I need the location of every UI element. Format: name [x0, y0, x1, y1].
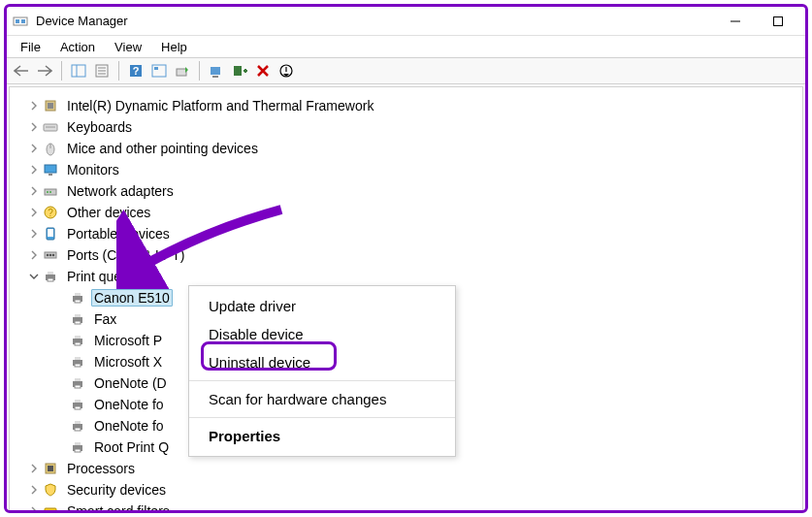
tree-item-label: Intel(R) Dynamic Platform and Thermal Fr… — [64, 98, 376, 113]
tree-category-item[interactable]: Processors — [27, 458, 802, 479]
tree-item-label: Network adapters — [64, 183, 177, 199]
svg-rect-41 — [48, 278, 53, 281]
svg-rect-53 — [75, 364, 81, 367]
svg-rect-49 — [75, 336, 81, 339]
tree-item-label: Print queues — [64, 269, 146, 284]
menu-view[interactable]: View — [105, 38, 151, 56]
back-button[interactable] — [11, 60, 32, 81]
chevron-right-icon[interactable] — [27, 163, 41, 177]
forward-button[interactable] — [34, 60, 55, 81]
chevron-right-icon[interactable] — [27, 142, 41, 155]
svg-rect-65 — [75, 449, 81, 452]
svg-point-36 — [47, 254, 49, 257]
printer-icon — [70, 418, 85, 434]
tree-item-label: Canon E510 — [91, 289, 173, 307]
context-properties[interactable]: Properties — [189, 422, 455, 450]
tree-category-item[interactable]: Ports (COM & LPT) — [27, 244, 802, 266]
tree-category-item[interactable]: Intel(R) Dynamic Platform and Thermal Fr… — [27, 95, 802, 116]
context-uninstall-device[interactable]: Uninstall device — [189, 348, 455, 376]
toolbar: ? — [7, 57, 805, 84]
help-icon[interactable]: ? — [125, 60, 146, 81]
chevron-right-icon[interactable] — [27, 227, 41, 241]
svg-text:?: ? — [133, 65, 140, 77]
printer-icon — [70, 354, 85, 370]
portable-device-icon — [43, 226, 58, 242]
chevron-right-icon[interactable] — [27, 462, 41, 475]
context-menu: Update driver Disable device Uninstall d… — [188, 285, 456, 457]
add-legacy-hardware-icon[interactable] — [229, 60, 250, 81]
menu-file[interactable]: File — [11, 38, 50, 56]
action-icon[interactable] — [148, 60, 170, 81]
menu-help[interactable]: Help — [151, 38, 197, 56]
svg-rect-15 — [177, 69, 186, 76]
tree-item-label: Microsoft X — [91, 354, 165, 370]
menu-action[interactable]: Action — [50, 38, 105, 56]
printer-icon — [70, 290, 85, 306]
minimize-button[interactable] — [714, 8, 757, 35]
context-disable-device[interactable]: Disable device — [189, 320, 455, 348]
svg-rect-50 — [75, 342, 81, 345]
disable-icon[interactable] — [276, 60, 297, 81]
svg-rect-40 — [48, 272, 53, 275]
tree-category-item[interactable]: Network adapters — [27, 180, 802, 202]
scan-hardware-icon[interactable] — [206, 60, 227, 81]
monitor-icon — [43, 162, 58, 178]
chevron-right-icon[interactable] — [27, 184, 41, 198]
printer-icon — [70, 397, 85, 412]
svg-point-30 — [49, 191, 51, 193]
printer-icon — [43, 269, 58, 284]
svg-rect-16 — [211, 67, 220, 75]
tree-category-item[interactable]: ?Other devices — [27, 202, 802, 223]
context-update-driver[interactable]: Update driver — [189, 292, 455, 320]
chevron-down-icon[interactable] — [27, 270, 41, 283]
maximize-button[interactable] — [757, 8, 799, 35]
device-manager-icon — [13, 14, 28, 29]
chip-icon — [43, 98, 58, 113]
chevron-right-icon[interactable] — [27, 206, 41, 219]
chevron-right-icon[interactable] — [27, 120, 41, 134]
update-driver-icon[interactable] — [172, 60, 193, 81]
svg-rect-27 — [49, 174, 52, 176]
svg-rect-68 — [45, 508, 56, 512]
tree-category-item[interactable]: Monitors — [27, 159, 802, 180]
titlebar: Device Manager — [7, 7, 805, 36]
tree-category-item[interactable]: Print queues — [27, 266, 802, 287]
tree-category-item[interactable]: Smart card filters — [27, 501, 802, 512]
svg-rect-44 — [75, 300, 81, 303]
svg-rect-64 — [75, 442, 81, 445]
context-separator — [189, 380, 455, 381]
port-icon — [43, 247, 58, 263]
svg-rect-55 — [75, 378, 81, 381]
svg-rect-34 — [48, 229, 53, 237]
tree-item-label: Portable Devices — [64, 226, 173, 242]
chevron-right-icon[interactable] — [27, 248, 41, 262]
svg-rect-14 — [154, 67, 158, 70]
chevron-right-icon[interactable] — [27, 504, 41, 512]
svg-rect-17 — [212, 76, 218, 78]
tree-item-label: OneNote (D — [91, 375, 170, 391]
tree-category-item[interactable]: Mice and other pointing devices — [27, 138, 802, 159]
svg-rect-52 — [75, 357, 81, 360]
chevron-right-icon[interactable] — [27, 99, 41, 113]
show-hide-console-tree-icon[interactable] — [68, 60, 89, 81]
svg-rect-46 — [75, 314, 81, 317]
cpu-icon — [43, 461, 58, 476]
context-scan-hardware[interactable]: Scan for hardware changes — [189, 385, 455, 413]
tree-item-label: Fax — [91, 311, 119, 327]
tree-category-item[interactable]: Security devices — [27, 479, 802, 501]
uninstall-icon[interactable] — [252, 60, 274, 81]
printer-icon — [70, 311, 85, 327]
properties-icon[interactable] — [91, 60, 113, 81]
tree-item-label: Ports (COM & LPT) — [64, 247, 187, 263]
svg-rect-4 — [774, 16, 783, 25]
svg-rect-1 — [16, 19, 19, 23]
context-separator — [189, 417, 455, 418]
chevron-right-icon[interactable] — [27, 483, 41, 497]
svg-rect-47 — [75, 321, 81, 324]
tree-category-item[interactable]: Portable Devices — [27, 223, 802, 244]
svg-rect-18 — [234, 66, 242, 76]
svg-rect-26 — [45, 165, 56, 173]
keyboard-icon — [43, 119, 58, 135]
tree-item-label: Security devices — [64, 482, 169, 498]
tree-category-item[interactable]: Keyboards — [27, 116, 802, 138]
